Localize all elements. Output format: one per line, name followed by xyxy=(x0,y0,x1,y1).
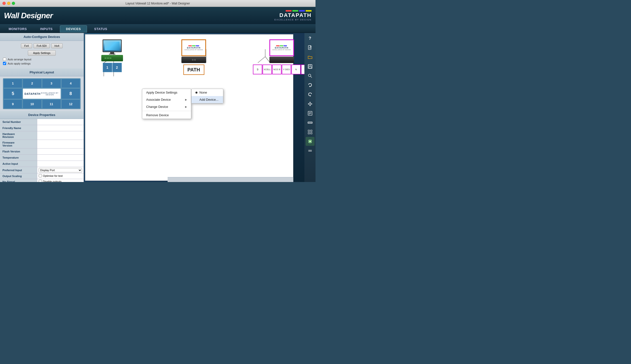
ctx-apply-label: Apply Device Settings xyxy=(146,91,177,94)
tile-11[interactable]: NCE B xyxy=(272,64,281,74)
fx4-sdi-button[interactable]: Fx4-SDI xyxy=(34,43,50,48)
ctx-separator xyxy=(142,111,191,111)
none-bullet xyxy=(195,92,197,94)
dark-device-box-2[interactable] xyxy=(181,57,206,63)
hardware-revision-input[interactable] xyxy=(39,133,82,136)
undo-button[interactable] xyxy=(306,81,314,90)
layout-cell-10: 10 xyxy=(23,100,42,108)
layout-cell-1: 1 xyxy=(4,79,22,88)
submenu-add-label: Add Device... xyxy=(199,98,218,102)
flash-version-input[interactable] xyxy=(39,150,82,154)
device-properties-section: Serial Number Friendly Name HardwareRevi… xyxy=(0,119,84,182)
temperature-label: Temperature xyxy=(0,155,37,160)
measure-button[interactable] xyxy=(306,118,314,127)
output-scaling-checkbox-label: Optimise for text xyxy=(43,174,63,177)
active-input-value xyxy=(37,161,84,167)
tile-9[interactable]: 9 xyxy=(253,64,262,74)
maximize-button[interactable] xyxy=(12,2,15,5)
auto-apply-checkbox[interactable] xyxy=(3,62,6,65)
traffic-lights xyxy=(3,2,15,5)
tab-status[interactable]: STATUS xyxy=(88,25,113,32)
no-signal-checkbox[interactable] xyxy=(39,180,42,182)
tab-devices[interactable]: DEVICES xyxy=(60,25,87,32)
canvas-area[interactable]: 1 2 DATAPATH EXCELLENCE BY DESIGN xyxy=(84,33,304,182)
more-button[interactable] xyxy=(306,146,314,155)
serial-number-label: Serial Number xyxy=(0,119,37,125)
orange-display[interactable]: DATAPATH EXCELLENCE BY DESIGN xyxy=(181,40,206,56)
window-title: Layout Videwall 12 Monitore.wdl* - Wall … xyxy=(125,2,190,5)
output-scaling-label: Output Scaling xyxy=(0,174,37,179)
svg-rect-15 xyxy=(309,64,311,66)
layout-cell-9: 9 xyxy=(4,100,22,108)
layout-cell-3: 3 xyxy=(42,79,61,88)
tile-10[interactable]: XCELL xyxy=(262,64,272,74)
firmware-version-input[interactable] xyxy=(39,141,82,145)
tile-12b[interactable]: 12 xyxy=(301,64,304,74)
search-button[interactable] xyxy=(306,72,314,80)
minimize-button[interactable] xyxy=(7,2,10,5)
serial-number-value xyxy=(37,119,84,125)
layout-cell-8: 8 xyxy=(61,88,80,99)
submenu-none[interactable]: None xyxy=(191,89,223,96)
friendly-name-input[interactable] xyxy=(39,126,82,130)
layout-cell-4: 4 xyxy=(61,79,80,88)
hx4-button[interactable]: Hx4 xyxy=(51,43,63,48)
tile-1[interactable]: 1 xyxy=(103,63,112,72)
layout-cell-11: 11 xyxy=(42,100,61,108)
ctx-associate-device[interactable]: Associate Device ▶ xyxy=(142,96,191,103)
device-cluster-2: DATAPATH EXCELLENCE BY DESIGN PATH xyxy=(181,40,206,75)
tab-monitors[interactable]: MONITORS xyxy=(3,25,33,32)
plugin-icon xyxy=(307,139,312,144)
close-button[interactable] xyxy=(3,2,6,5)
new-file-icon xyxy=(307,45,312,50)
help-icon: ? xyxy=(308,36,311,41)
search-icon xyxy=(307,74,312,78)
tile-n[interactable]: N xyxy=(291,64,301,74)
svg-rect-32 xyxy=(310,130,312,132)
firmware-version-label: FirmwareVersion xyxy=(0,140,37,148)
purple-display[interactable]: DATAPATH EXCELLENCE BY DESIGN xyxy=(269,40,294,56)
submenu-none-label: None xyxy=(199,91,207,94)
prop-no-signal: No Signal Disable outputs xyxy=(0,179,84,182)
redo-button[interactable] xyxy=(306,90,314,99)
ctx-remove-device[interactable]: Remove Device xyxy=(142,112,191,119)
move-button[interactable] xyxy=(306,100,314,108)
open-file-button[interactable] xyxy=(306,53,314,62)
plugin-button[interactable] xyxy=(306,137,314,146)
redo-icon xyxy=(307,92,312,97)
temperature-input[interactable] xyxy=(39,156,82,160)
svg-point-17 xyxy=(308,74,311,76)
active-input-input[interactable] xyxy=(39,162,82,166)
device-properties-header: Device Properties xyxy=(0,111,84,119)
auto-arrange-checkbox[interactable] xyxy=(3,58,6,61)
main-content: Auto-Configure Devices Fx4 Fx4-SDI Hx4 A… xyxy=(0,33,316,182)
tile-12[interactable]: Y DES xyxy=(282,64,291,74)
serial-number-input[interactable] xyxy=(39,120,82,124)
monitor-1[interactable] xyxy=(103,40,122,54)
prop-temperature: Temperature xyxy=(0,155,84,161)
ctx-apply-device-settings[interactable]: Apply Device Settings xyxy=(142,89,191,96)
ctx-change-device[interactable]: Change Device ▶ xyxy=(142,103,191,110)
green-device-box[interactable] xyxy=(101,55,123,61)
tab-inputs[interactable]: INPUTS xyxy=(34,25,59,32)
preferred-input-select[interactable]: Display Port HDMI DVI Auto xyxy=(39,168,82,172)
help-button[interactable]: ? xyxy=(306,34,314,43)
grid-button[interactable] xyxy=(306,128,314,136)
fx4-button[interactable]: Fx4 xyxy=(21,43,32,48)
submenu-add-device[interactable]: Add Device... xyxy=(191,96,223,103)
device-cluster-1: 1 2 xyxy=(101,40,123,72)
apply-settings-button[interactable]: Apply Settings xyxy=(28,50,56,56)
tile-logo-datapath[interactable]: PATH xyxy=(183,64,204,75)
datapath-logo: DATAPATH EXCELLENCE BY DESIGN xyxy=(274,10,311,21)
prop-friendly-name: Friendly Name xyxy=(0,125,84,131)
tile-2[interactable]: 2 xyxy=(112,63,122,72)
layout-cell-2: 2 xyxy=(23,79,42,88)
properties-button[interactable] xyxy=(306,109,314,118)
save-icon xyxy=(307,64,312,69)
new-file-button[interactable] xyxy=(306,43,314,52)
context-menu: Apply Device Settings Associate Device ▶… xyxy=(142,89,191,119)
nav-tabs: MONITORS INPUTS DEVICES STATUS xyxy=(0,24,316,33)
dark-device-box-3[interactable] xyxy=(269,57,294,63)
save-button[interactable] xyxy=(306,62,314,71)
output-scaling-checkbox[interactable] xyxy=(39,174,42,177)
